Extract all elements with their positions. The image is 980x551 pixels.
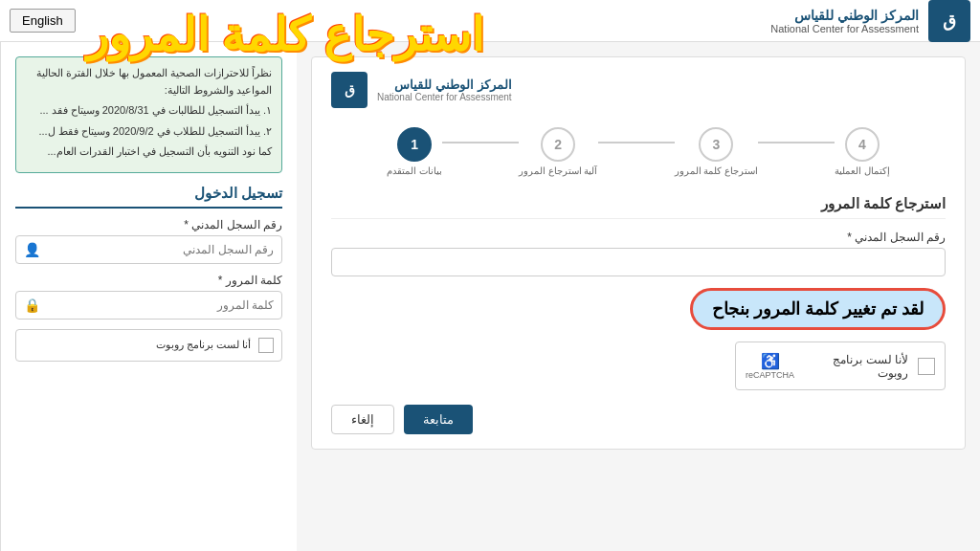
sidebar-password-label: كلمة المرور *	[15, 274, 282, 287]
step-line-3	[758, 142, 835, 143]
recaptcha-label: reCAPTCHA	[746, 370, 794, 380]
notice-text: نظراً للاحترازات الصحية المعمول بها خلال…	[26, 65, 272, 99]
captcha-logo: ♿ reCAPTCHA	[746, 352, 794, 380]
sidebar-password-group: كلمة المرور * 🔒	[15, 274, 282, 320]
section-title: استرجاع كلمة المرور	[331, 195, 946, 219]
top-bar: English استرجاع كلمة المرور المركز الوطن…	[0, 0, 980, 42]
logo-text: المركز الوطني للقياس National Center for…	[770, 8, 919, 34]
step-2-circle: 2	[541, 127, 575, 162]
content-logo-text: المركز الوطني للقياس National Center for…	[377, 77, 512, 102]
logo-icon: ق	[928, 0, 970, 42]
step-4-label: إكتمال العملية	[835, 165, 890, 176]
step-line-1	[442, 142, 519, 143]
notice-box: نظراً للاحترازات الصحية المعمول بها خلال…	[15, 56, 282, 173]
lock-icon: 🔒	[16, 298, 48, 313]
sidebar-captcha: أنا لست برنامج روبوت	[15, 329, 282, 362]
content-logo-ar: المركز الوطني للقياس	[377, 77, 512, 92]
captcha-checkbox[interactable]	[918, 358, 935, 375]
top-logo: المركز الوطني للقياس National Center for…	[770, 0, 970, 42]
notice-line2: ٢. يبدأ التسجيل للطلاب في 2020/9/2 وسيتا…	[26, 123, 272, 141]
steps-bar: 4 إكتمال العملية 3 استرجاع كلمة المرور 2…	[331, 127, 946, 176]
captcha-text: لأنا لست برنامج روبوت	[804, 353, 908, 380]
content-logo: المركز الوطني للقياس National Center for…	[331, 72, 946, 108]
english-button[interactable]: English	[10, 9, 76, 33]
sidebar-id-label: رقم السجل المدني *	[15, 218, 282, 231]
step-2: 2 آلية استرجاع المرور	[519, 127, 598, 176]
step-line-2	[598, 142, 675, 143]
login-sidebar: نظراً للاحترازات الصحية المعمول بها خلال…	[0, 42, 297, 551]
success-message: لقد تم تغيير كلمة المرور بنجاح	[690, 288, 946, 330]
sidebar-captcha-checkbox[interactable]	[258, 338, 274, 353]
logo-ar: المركز الوطني للقياس	[770, 8, 919, 23]
user-icon: 👤	[16, 242, 48, 257]
step-4: 4 إكتمال العملية	[835, 127, 890, 176]
main-layout: نظراً للاحترازات الصحية المعمول بها خلال…	[0, 42, 980, 551]
step-3-circle: 3	[699, 127, 733, 162]
content-logo-icon: ق	[331, 72, 368, 108]
main-content: المركز الوطني للقياس National Center for…	[297, 42, 980, 551]
step-3: 3 استرجاع كلمة المرور	[675, 127, 759, 176]
logo-en: National Center for Assessment	[770, 23, 919, 34]
step-1-label: بيانات المتقدم	[387, 165, 442, 176]
step-2-label: آلية استرجاع المرور	[519, 165, 598, 176]
notice-line3: كما نود التنويه بأن التسجيل في اختبار ال…	[26, 143, 272, 161]
next-button[interactable]: متابعة	[404, 405, 473, 434]
sidebar-captcha-text: أنا لست برنامج روبوت	[24, 339, 251, 351]
step-4-circle: 4	[845, 127, 880, 162]
step-1: 1 بيانات المتقدم	[387, 127, 442, 176]
content-panel: المركز الوطني للقياس National Center for…	[311, 56, 966, 450]
step-3-label: استرجاع كلمة المرور	[675, 165, 759, 176]
content-logo-en: National Center for Assessment	[377, 92, 512, 102]
button-row: متابعة إلغاء	[331, 405, 946, 434]
main-id-label: رقم السجل المدني *	[331, 231, 946, 244]
sidebar-password-input[interactable]	[48, 292, 281, 319]
sidebar-id-input[interactable]	[48, 236, 281, 263]
captcha-box: لأنا لست برنامج روبوت ♿ reCAPTCHA	[735, 342, 946, 390]
main-id-input[interactable]	[331, 248, 946, 276]
sidebar-id-input-wrapper: 👤	[15, 235, 282, 264]
recaptcha-icon: ♿	[761, 352, 780, 370]
main-id-group: رقم السجل المدني *	[331, 231, 946, 276]
cancel-button[interactable]: إلغاء	[331, 405, 394, 434]
sidebar-password-input-wrapper: 🔒	[15, 291, 282, 320]
sidebar-id-group: رقم السجل المدني * 👤	[15, 218, 282, 264]
notice-line1: ١. يبدأ التسجيل للطالبات في 2020/8/31 وس…	[26, 102, 272, 120]
login-title: تسجيل الدخول	[15, 185, 282, 209]
step-1-circle: 1	[397, 127, 432, 162]
